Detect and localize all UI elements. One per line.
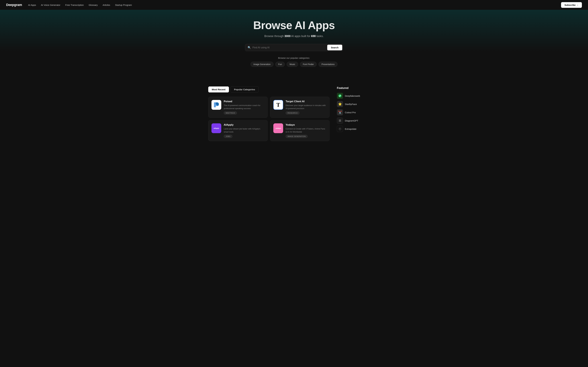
app-icon-aiapply: aiApply <box>211 123 221 133</box>
nav-ai-apps[interactable]: AI Apps <box>28 4 36 6</box>
search-icon: 🔍 <box>248 46 251 49</box>
app-name-yodayo: Yodayo <box>286 123 326 126</box>
pill-music[interactable]: Music <box>287 62 298 67</box>
nav-free-transcription[interactable]: Free Transcription <box>65 4 84 6</box>
app-name-target: Target Client AI <box>286 100 326 103</box>
featured-extrapolate[interactable]: Extrapolate <box>337 126 380 132</box>
nav-glossary[interactable]: Glossary <box>89 4 98 6</box>
app-desc-aiapply: Land your dream job faster with AIApply'… <box>224 127 264 133</box>
nav-links: AI Apps AI Voice Generator Free Transcri… <box>28 4 561 6</box>
featured-cutout-pro[interactable]: ✂️ Cutout Pro <box>337 109 380 115</box>
app-icon-poised <box>211 100 221 110</box>
pill-presentations[interactable]: Presentations <box>319 62 337 67</box>
featured-sidebar: Featured Deepfakesweb ⭐ StarByFace ✂️ Cu… <box>337 86 380 141</box>
featured-name-diagramgpt: DiagramGPT <box>345 119 358 122</box>
navigation: Deepgram AI Apps AI Voice Generator Free… <box>0 0 588 10</box>
nav-startup[interactable]: Startup Program <box>115 4 132 6</box>
app-info-aiapply: AIApply Land your dream job faster with … <box>224 123 264 138</box>
featured-icon-deepfakesweb <box>337 93 343 99</box>
main-content: Most Recent Popular Categories Poised Th… <box>202 79 386 149</box>
featured-title: Featured <box>337 86 380 90</box>
app-tag-yodayo[interactable]: IMAGE GENERATION <box>286 135 308 138</box>
featured-starbyface[interactable]: ⭐ StarByFace <box>337 101 380 107</box>
featured-name-starbyface: StarByFace <box>345 103 357 105</box>
featured-icon-starbyface: ⭐ <box>337 101 343 107</box>
app-icon-target: T <box>273 100 283 110</box>
svg-rect-1 <box>338 119 342 122</box>
search-button[interactable]: Search <box>327 45 342 50</box>
search-input[interactable] <box>252 46 327 49</box>
app-desc-target: Discover your target audience in minutes… <box>286 104 326 110</box>
featured-name-deepfakesweb: Deepfakesweb <box>345 95 360 97</box>
categories-label: Browse our popular categories: <box>3 57 585 59</box>
app-desc-poised: The AI-powered communication coach for p… <box>224 104 264 110</box>
app-info-yodayo: Yodayo Connect & Create with VTubers, An… <box>286 123 326 138</box>
hero-subtitle: Browse through 3000 AI apps built for 69… <box>3 34 585 38</box>
tab-popular-categories[interactable]: Popular Categories <box>230 86 259 92</box>
app-grid: Poised The AI-powered communication coac… <box>208 97 329 141</box>
app-card-poised[interactable]: Poised The AI-powered communication coac… <box>208 97 268 118</box>
logo[interactable]: Deepgram <box>6 3 22 7</box>
featured-name-extrapolate: Extrapolate <box>345 128 356 130</box>
app-name-aiapply: AIApply <box>224 123 264 126</box>
pill-fun[interactable]: Fun <box>275 62 285 67</box>
nav-ai-voice[interactable]: AI Voice Generator <box>41 4 60 6</box>
featured-icon-extrapolate <box>337 126 343 132</box>
category-pills: Image Generation Fun Music Font Finder P… <box>3 62 585 67</box>
app-tag-aiapply[interactable]: JOBS <box>224 135 232 138</box>
tab-bar: Most Recent Popular Categories <box>208 86 329 92</box>
app-tag-target[interactable]: RESEARCH <box>286 111 300 115</box>
featured-name-cutout-pro: Cutout Pro <box>345 111 356 114</box>
nav-articles[interactable]: Articles <box>103 4 110 6</box>
featured-icon-cutout-pro: ✂️ <box>337 109 343 115</box>
svg-point-8 <box>340 129 340 129</box>
svg-rect-5 <box>340 121 341 122</box>
hero-section: Browse AI Apps Browse through 3000 AI ap… <box>0 10 588 79</box>
apps-section: Most Recent Popular Categories Poised Th… <box>208 86 329 141</box>
app-card-target[interactable]: T Target Client AI Discover your target … <box>270 97 329 118</box>
app-card-aiapply[interactable]: aiApply AIApply Land your dream job fast… <box>208 120 268 141</box>
app-desc-yodayo: Connect & Create with VTubers, Anime Fan… <box>286 127 326 133</box>
pill-image-generation[interactable]: Image Generation <box>251 62 273 67</box>
svg-rect-3 <box>340 120 341 120</box>
featured-icon-diagramgpt <box>337 117 343 124</box>
app-icon-yodayo: yodayo <box>273 123 283 133</box>
svg-rect-4 <box>339 121 340 122</box>
hero-title: Browse AI Apps <box>3 19 585 32</box>
search-bar: 🔍 Search <box>245 44 343 51</box>
svg-rect-2 <box>339 120 340 120</box>
subscribe-button[interactable]: Subscribe → <box>561 2 582 8</box>
app-info-poised: Poised The AI-powered communication coac… <box>224 100 264 115</box>
app-info-target: Target Client AI Discover your target au… <box>286 100 326 115</box>
tab-most-recent[interactable]: Most Recent <box>208 86 229 92</box>
featured-diagramgpt[interactable]: DiagramGPT <box>337 117 380 124</box>
app-name-poised: Poised <box>224 100 264 103</box>
pill-font-finder[interactable]: Font Finder <box>300 62 317 67</box>
featured-list: Deepfakesweb ⭐ StarByFace ✂️ Cutout Pro … <box>337 93 380 132</box>
app-card-yodayo[interactable]: yodayo Yodayo Connect & Create with VTub… <box>270 120 329 141</box>
featured-deepfakesweb[interactable]: Deepfakesweb <box>337 93 380 99</box>
app-tag-poised[interactable]: MEETINGS <box>224 111 237 115</box>
